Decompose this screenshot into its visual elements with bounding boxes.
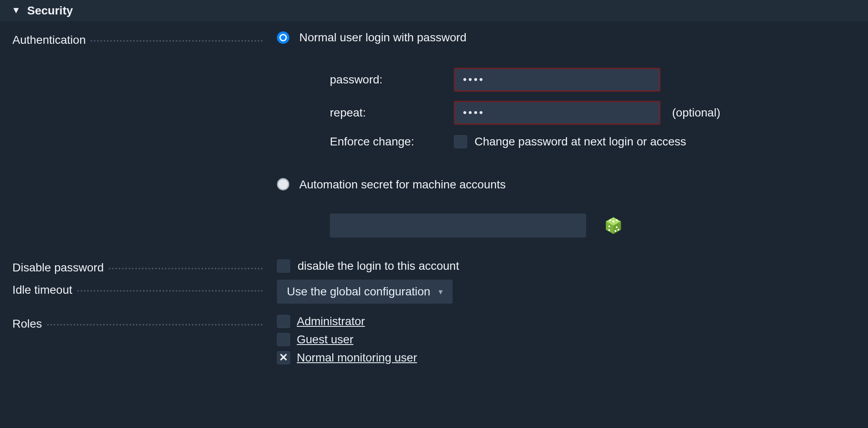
link-role-normal-monitoring-user[interactable]: Normal monitoring user: [297, 350, 417, 366]
password-block: password: •••• repeat: •••• (optional) E: [330, 68, 868, 150]
checkbox-enforce-change[interactable]: [454, 135, 467, 148]
role-guest-user: Guest user: [277, 332, 868, 347]
label-repeat: repeat:: [330, 105, 454, 121]
dice-icon[interactable]: [604, 216, 622, 235]
checkbox-disable-login[interactable]: [277, 259, 290, 273]
automation-secret-block: [330, 214, 868, 238]
svg-point-8: [608, 229, 610, 231]
label-authentication: Authentication: [12, 32, 88, 48]
row-idle-timeout: Idle timeout Use the global configuratio…: [12, 280, 868, 304]
automation-secret-input[interactable]: [330, 214, 586, 238]
chevron-down-icon: ▾: [439, 286, 443, 297]
svg-point-10: [618, 229, 619, 231]
checkbox-role-guest-user[interactable]: [277, 333, 290, 346]
row-authentication: Authentication Normal user login with pa…: [12, 30, 868, 238]
svg-point-5: [609, 219, 611, 221]
dotted-leader: [47, 320, 263, 326]
section-header-security[interactable]: ▼ Security: [0, 0, 868, 21]
radio-unchecked-icon: [277, 178, 289, 190]
value-col-idle-timeout: Use the global configuration ▾: [277, 280, 868, 304]
label-col-disable-password: Disable password: [12, 257, 277, 276]
subrow-enforce-change: Enforce change: Change password at next …: [330, 134, 868, 150]
label-idle-timeout: Idle timeout: [12, 282, 75, 298]
radio-automation-secret-label: Automation secret for machine accounts: [299, 177, 506, 193]
role-normal-monitoring-user: ✕ Normal monitoring user: [277, 350, 868, 366]
value-col-authentication: Normal user login with password password…: [277, 30, 868, 238]
repeat-input[interactable]: ••••: [454, 101, 661, 125]
subrow-password: password: ••••: [330, 68, 868, 92]
radio-automation-secret[interactable]: Automation secret for machine accounts: [277, 177, 868, 193]
value-col-roles: Administrator Guest user ✕ Normal monito…: [277, 314, 868, 368]
enforce-change-text: Change password at next login or access: [475, 134, 686, 150]
label-col-authentication: Authentication: [12, 30, 277, 48]
svg-point-6: [616, 219, 618, 221]
radio-normal-login-label: Normal user login with password: [299, 30, 467, 45]
radio-checked-icon: [277, 31, 289, 44]
section-body: Authentication Normal user login with pa…: [0, 21, 868, 388]
repeat-value: ••••: [463, 105, 484, 120]
optional-hint: (optional): [672, 105, 720, 121]
label-col-roles: Roles: [12, 314, 277, 332]
svg-point-7: [608, 226, 610, 227]
security-settings-page: ▼ Security Authentication Normal user lo…: [0, 0, 868, 428]
label-password: password:: [330, 72, 454, 88]
section-title: Security: [27, 3, 73, 19]
row-disable-password: Disable password disable the login to th…: [12, 257, 868, 276]
svg-point-11: [615, 230, 616, 232]
svg-point-4: [613, 221, 615, 223]
link-role-guest-user[interactable]: Guest user: [297, 332, 353, 347]
link-role-administrator[interactable]: Administrator: [297, 314, 365, 329]
role-administrator: Administrator: [277, 314, 868, 329]
password-input[interactable]: ••••: [454, 68, 661, 92]
label-roles: Roles: [12, 316, 45, 332]
label-disable-password: Disable password: [12, 260, 106, 276]
label-col-idle-timeout: Idle timeout: [12, 280, 277, 298]
dotted-leader: [77, 286, 263, 292]
checkbox-role-normal-monitoring-user[interactable]: ✕: [277, 351, 290, 364]
radio-normal-login[interactable]: Normal user login with password: [277, 30, 868, 45]
select-idle-timeout[interactable]: Use the global configuration ▾: [277, 280, 453, 304]
checkbox-role-administrator[interactable]: [277, 315, 290, 328]
svg-point-9: [616, 226, 618, 228]
dotted-leader: [109, 264, 263, 269]
collapse-triangle-icon: ▼: [12, 6, 21, 15]
value-col-disable-password: disable the login to this account: [277, 257, 868, 274]
subrow-repeat: repeat: •••• (optional): [330, 101, 868, 125]
dotted-leader: [91, 36, 263, 42]
row-roles: Roles Administrator Guest user ✕ Normal …: [12, 314, 868, 368]
disable-login-text: disable the login to this account: [298, 258, 459, 274]
password-value: ••••: [463, 72, 484, 87]
label-enforce-change: Enforce change:: [330, 134, 454, 150]
select-idle-timeout-value: Use the global configuration: [287, 284, 430, 300]
